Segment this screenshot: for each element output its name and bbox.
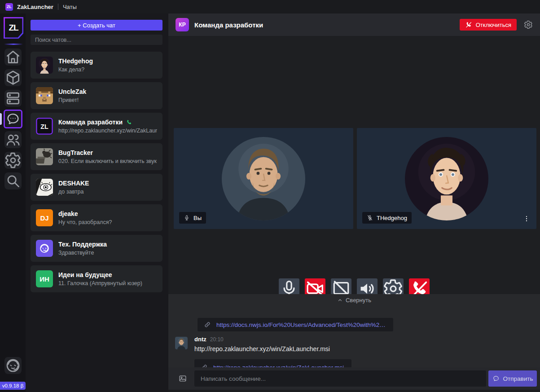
mic-icon <box>184 215 190 221</box>
chat-avatar <box>36 148 53 165</box>
logo-underline <box>4 44 23 45</box>
collapse-call-button[interactable]: Свернуть <box>168 295 540 304</box>
active-rail-indicator <box>0 113 2 125</box>
gear-icon <box>4 152 22 169</box>
video-tile-peer: THedgehog <box>357 128 536 229</box>
chat-header: КР Команда разработки Отключиться <box>168 13 540 36</box>
phone-slash-icon <box>465 21 472 28</box>
users-icon <box>4 131 22 148</box>
message-text: http://repo.zaklauncher.xyz/win/ZakLaunc… <box>194 345 330 352</box>
composer-bar: Отправить <box>168 367 540 390</box>
chat-list: THedgehog Как дела? UncleZak Привет! ZL … <box>31 52 162 296</box>
chat-avatar: ИН <box>36 270 53 287</box>
chat-panel: + Создать чат THedgehog Как дела? UncleZ… <box>26 13 168 392</box>
chat-bubble-icon <box>492 375 500 382</box>
sidebar-item-chats[interactable] <box>4 110 22 128</box>
chat-list-item[interactable]: DESHAKE до завтра <box>31 174 162 201</box>
app-name: ZakLauncher <box>17 4 53 10</box>
chat-avatar <box>36 57 53 74</box>
message-input[interactable] <box>194 370 486 387</box>
chevron-up-icon <box>337 297 343 303</box>
titlebar: ZL ZakLauncher Чаты <box>0 0 540 13</box>
sidebar-item-search[interactable] <box>4 172 22 189</box>
mic-off-icon <box>367 215 373 221</box>
chat-last-message: Ну что, разобрался? <box>58 219 157 225</box>
link-icon <box>204 321 211 328</box>
message-link-card[interactable]: http://repo.zaklauncher.xyz/win/ZakLaunc… <box>194 359 351 367</box>
chat-last-message: Здравствуйте <box>58 250 157 256</box>
message-header: dntz20:10 <box>194 336 224 343</box>
call-panel: Вы THedgehog <box>168 36 540 307</box>
message-link-card[interactable]: https://docs.nwjs.io/For%20Users/Advance… <box>198 318 393 331</box>
chat-last-message: 11. Галочка (Аппрувнутый юзер) <box>58 280 157 286</box>
message-time: 20:10 <box>210 336 224 343</box>
sidebar-item-servers[interactable] <box>4 90 22 107</box>
group-avatar: КР <box>176 18 189 31</box>
chat-last-message: до завтра <box>58 189 157 195</box>
sidebar-item-support[interactable] <box>4 357 22 374</box>
home-icon <box>4 48 22 66</box>
messages-area: Свернуть https://docs.nwjs.io/For%20User… <box>168 294 540 367</box>
chat-name: Тех. Поддержка <box>58 241 107 248</box>
chat-name: Идеи на будущее <box>58 271 112 278</box>
svg-text:ZL: ZL <box>40 123 48 130</box>
chat-list-item[interactable]: ИН Идеи на будущее 11. Галочка (Аппрувну… <box>31 265 162 292</box>
chat-list-item[interactable]: UncleZak Привет! <box>31 82 162 109</box>
chat-avatar: ZL <box>36 118 53 135</box>
sidebar-item-library[interactable] <box>4 69 22 86</box>
app-logo-icon: ZL <box>5 3 13 11</box>
link-text: https://docs.nwjs.io/For%20Users/Advance… <box>216 322 387 328</box>
peer-avatar <box>405 137 488 220</box>
attach-image-icon[interactable] <box>178 374 187 383</box>
chat-title: Команда разработки <box>194 21 460 29</box>
create-chat-button[interactable]: + Создать чат <box>31 20 162 31</box>
titlebar-section: Чаты <box>63 4 77 10</box>
disconnect-button[interactable]: Отключиться <box>460 19 517 31</box>
chat-list-item[interactable]: Тех. Поддержка Здравствуйте <box>31 235 162 262</box>
video-tile-self: Вы <box>174 128 353 229</box>
chat-last-message: 020. Если выключить и включить звук ... <box>58 158 157 164</box>
peer-name-tag: THedgehog <box>362 212 412 224</box>
chat-avatar: DJ <box>36 209 53 226</box>
self-name-tag: Вы <box>179 212 206 224</box>
self-avatar <box>222 137 305 220</box>
message-author-avatar <box>175 337 188 349</box>
chat-name: UncleZak <box>58 88 86 95</box>
sidebar-item-home[interactable] <box>4 48 22 66</box>
server-icon <box>4 90 22 107</box>
app-window: ZL ZakLauncher Чаты ZL v0.9.18 β + Созда… <box>0 0 540 392</box>
chat-name: DESHAKE <box>58 180 89 187</box>
message-author: dntz <box>194 336 206 343</box>
titlebar-divider <box>58 4 58 10</box>
peer-menu-kebab-icon[interactable] <box>523 215 530 223</box>
chat-search-input[interactable] <box>31 35 162 45</box>
chat-avatar <box>36 87 53 104</box>
sidebar-rail: ZL v0.9.18 β <box>0 13 26 392</box>
sidebar-item-friends[interactable] <box>4 131 22 148</box>
main-area: КР Команда разработки Отключиться Вы <box>168 13 540 392</box>
cube-icon <box>4 69 22 86</box>
chat-name: BugTracker <box>58 149 93 156</box>
chat-last-message: Как дела? <box>58 66 157 73</box>
send-button[interactable]: Отправить <box>488 370 537 387</box>
link-text: http://repo.zaklauncher.xyz/win/ZakLaunc… <box>213 364 344 368</box>
headset-icon <box>4 357 22 374</box>
sidebar-logo[interactable]: ZL <box>4 17 23 39</box>
chat-last-message: Привет! <box>58 97 157 103</box>
bottom-strip <box>168 390 540 392</box>
search-icon <box>4 172 22 189</box>
chat-name: THedgehog <box>58 57 93 65</box>
chat-avatar <box>36 179 53 196</box>
sidebar-item-settings[interactable] <box>4 152 22 169</box>
chat-name: djeake <box>58 210 78 217</box>
chat-list-item[interactable]: THedgehog Как дела? <box>31 52 162 79</box>
chat-icon <box>5 111 21 127</box>
chat-list-item[interactable]: BugTracker 020. Если выключить и включит… <box>31 143 162 170</box>
chat-settings-gear-icon[interactable] <box>524 20 533 29</box>
chat-list-item[interactable]: ZL Команда разработки http://repo.zaklau… <box>31 113 162 140</box>
chat-list-item[interactable]: DJ djeake Ну что, разобрался? <box>31 204 162 231</box>
chat-last-message: http://repo.zaklauncher.xyz/win/ZakLaun.… <box>58 128 157 134</box>
chat-name: Команда разработки <box>58 119 123 126</box>
chat-avatar <box>36 240 53 257</box>
in-call-phone-icon <box>126 119 132 126</box>
